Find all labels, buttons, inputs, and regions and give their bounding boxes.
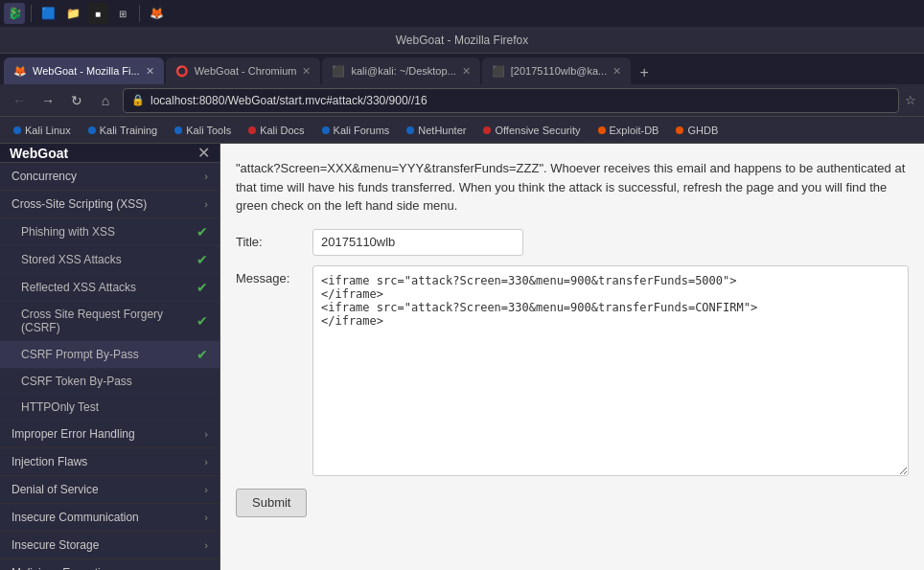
bookmark-offensive-security[interactable]: Offensive Security — [475, 120, 588, 141]
tab-terminal1-close-icon[interactable]: ✕ — [462, 65, 471, 78]
tab-terminal-2[interactable]: ⬛ [20175110wlb@ka... ✕ — [482, 57, 631, 84]
bookmark-star-icon[interactable]: ☆ — [905, 93, 916, 107]
taskbar-browser-1-icon[interactable]: 🟦 — [37, 3, 58, 24]
concurrency-chevron-icon: › — [204, 171, 208, 182]
bookmark-kali-tools[interactable]: Kali Tools — [167, 120, 239, 141]
os-taskbar: 🐉 🟦 📁 ■ ⊞ 🦊 — [0, 0, 924, 27]
sidebar-item-stored-xss[interactable]: Stored XSS Attacks ✔ — [0, 246, 219, 274]
denial-of-service-label: Denial of Service — [12, 483, 99, 496]
sidebar-item-injection-flaws[interactable]: Injection Flaws › — [0, 448, 219, 476]
phishing-xss-label: Phishing with XSS — [21, 225, 115, 239]
insecure-communication-chevron-icon: › — [204, 512, 208, 523]
bookmark-kali-docs[interactable]: Kali Docs — [241, 120, 312, 141]
nethunter-dot — [406, 126, 414, 134]
taskbar-file-manager-icon[interactable]: 📁 — [62, 3, 83, 24]
sidebar-item-phishing-xss[interactable]: Phishing with XSS ✔ — [0, 218, 219, 246]
bookmark-ghdb[interactable]: GHDB — [668, 120, 726, 141]
csrf-prompt-label: CSRF Prompt By-Pass — [21, 348, 139, 361]
error-handling-label: Improper Error Handling — [12, 427, 135, 441]
bookmark-kali-training[interactable]: Kali Training — [81, 120, 166, 141]
sidebar-item-csrf-prompt[interactable]: CSRF Prompt By-Pass ✔ — [0, 341, 219, 369]
sidebar-xss-label: Cross-Site Scripting (XSS) — [12, 197, 147, 211]
bookmark-nethunter-label: NetHunter — [418, 125, 466, 136]
bookmark-offensive-security-label: Offensive Security — [495, 125, 580, 136]
tab-webgoat-firefox-label: WebGoat - Mozilla Fi... — [33, 65, 140, 77]
kali-linux-dot — [13, 126, 21, 134]
denial-of-service-chevron-icon: › — [204, 484, 208, 495]
bookmarks-bar: Kali Linux Kali Training Kali Tools Kali… — [0, 117, 924, 144]
address-bar[interactable]: 🔒 localhost:8080/WebGoat/start.mvc#attac… — [123, 88, 899, 113]
tab-close-icon[interactable]: ✕ — [146, 65, 154, 78]
injection-flaws-chevron-icon: › — [204, 456, 208, 467]
reload-button[interactable]: ↻ — [65, 89, 88, 112]
forward-button[interactable]: → — [36, 89, 59, 112]
message-label: Message: — [236, 265, 303, 479]
new-tab-button[interactable]: + — [633, 61, 656, 84]
tab-chromium-favicon: ⭕ — [175, 65, 189, 78]
csrf-label: Cross Site Request Forgery (CSRF) — [21, 308, 196, 334]
submit-button[interactable]: Submit — [236, 489, 307, 517]
sidebar-item-reflected-xss[interactable]: Reflected XSS Attacks ✔ — [0, 274, 219, 302]
browser-title: WebGoat - Mozilla Firefox — [396, 34, 529, 47]
sidebar-item-malicious-execution[interactable]: Malicious Execution › — [0, 559, 219, 570]
kali-dragon-icon[interactable]: 🐉 — [4, 3, 25, 24]
sidebar-item-httponly[interactable]: HTTPOnly Test — [0, 395, 219, 421]
kali-training-dot — [88, 126, 96, 134]
tab-webgoat-chromium-label: WebGoat - Chromium — [195, 65, 297, 77]
reflected-xss-check-icon: ✔ — [196, 280, 208, 295]
content-description: "attack?Screen=XXX&menu=YYY&transferFund… — [236, 159, 909, 216]
taskbar-separator — [31, 5, 32, 22]
tab-terminal2-close-icon[interactable]: ✕ — [612, 65, 621, 78]
title-label: Title: — [236, 235, 303, 249]
browser-titlebar: WebGoat - Mozilla Firefox — [0, 27, 924, 54]
message-textarea-wrapper: <iframe src="attack?Screen=330&menu=900&… — [312, 265, 909, 479]
sidebar-item-csrf-token[interactable]: CSRF Token By-Pass — [0, 369, 219, 395]
sidebar-item-denial-of-service[interactable]: Denial of Service › — [0, 476, 219, 504]
main-area: WebGoat ✕ Concurrency › Cross-Site Scrip… — [0, 144, 924, 570]
tab-webgoat-chromium[interactable]: ⭕ WebGoat - Chromium ✕ — [166, 57, 321, 84]
csrf-check-icon: ✔ — [196, 313, 208, 329]
sidebar-item-concurrency[interactable]: Concurrency › — [0, 163, 219, 191]
insecure-storage-chevron-icon: › — [204, 539, 208, 551]
title-input[interactable] — [312, 229, 523, 256]
sidebar-item-xss[interactable]: Cross-Site Scripting (XSS) › — [0, 191, 219, 218]
tab-terminal-1-label: kali@kali: ~/Desktop... — [351, 65, 455, 77]
tab-firefox-favicon: 🦊 — [13, 65, 27, 78]
tab-webgoat-firefox[interactable]: 🦊 WebGoat - Mozilla Fi... ✕ — [4, 57, 164, 84]
message-textarea[interactable]: <iframe src="attack?Screen=330&menu=900&… — [312, 265, 909, 476]
browser-chrome: WebGoat - Mozilla Firefox 🦊 WebGoat - Mo… — [0, 27, 924, 144]
bookmark-kali-tools-label: Kali Tools — [186, 125, 231, 136]
tab-terminal1-favicon: ⬛ — [332, 65, 345, 78]
bookmark-exploit-db[interactable]: Exploit-DB — [590, 120, 667, 141]
insecure-storage-label: Insecure Storage — [12, 538, 99, 552]
error-handling-chevron-icon: › — [204, 428, 208, 440]
bookmark-kali-forums[interactable]: Kali Forums — [314, 120, 398, 141]
csrf-prompt-check-icon: ✔ — [196, 347, 208, 362]
sidebar-item-insecure-communication[interactable]: Insecure Communication › — [0, 504, 219, 532]
insecure-communication-label: Insecure Communication — [12, 511, 139, 524]
csrf-token-label: CSRF Token By-Pass — [21, 375, 132, 388]
httponly-label: HTTPOnly Test — [21, 400, 99, 414]
taskbar-firefox-icon[interactable]: 🦊 — [146, 3, 167, 24]
taskbar-apps-icon[interactable]: ⊞ — [112, 3, 133, 24]
home-button[interactable]: ⌂ — [94, 89, 117, 112]
exploit-db-dot — [598, 126, 606, 134]
browser-tabs: 🦊 WebGoat - Mozilla Fi... ✕ ⭕ WebGoat - … — [0, 54, 924, 84]
sidebar-item-error-handling[interactable]: Improper Error Handling › — [0, 421, 219, 448]
taskbar-terminal-icon[interactable]: ■ — [87, 3, 108, 24]
address-text: localhost:8080/WebGoat/start.mvc#attack/… — [150, 94, 427, 107]
bookmark-kali-linux[interactable]: Kali Linux — [6, 120, 79, 141]
back-button[interactable]: ← — [8, 89, 31, 112]
tab-terminal-1[interactable]: ⬛ kali@kali: ~/Desktop... ✕ — [322, 57, 479, 84]
kali-tools-dot — [174, 126, 182, 134]
kali-forums-dot — [322, 126, 330, 134]
sidebar-close-button[interactable]: ✕ — [197, 144, 210, 162]
sidebar-item-csrf[interactable]: Cross Site Request Forgery (CSRF) ✔ — [0, 302, 219, 341]
tab-chromium-close-icon[interactable]: ✕ — [302, 65, 311, 78]
injection-flaws-label: Injection Flaws — [12, 455, 87, 468]
sidebar: WebGoat ✕ Concurrency › Cross-Site Scrip… — [0, 144, 220, 570]
content-area: "attack?Screen=XXX&menu=YYY&transferFund… — [220, 144, 924, 570]
bookmark-nethunter[interactable]: NetHunter — [399, 120, 474, 141]
sidebar-item-insecure-storage[interactable]: Insecure Storage › — [0, 532, 219, 559]
malicious-execution-label: Malicious Execution — [12, 566, 113, 570]
